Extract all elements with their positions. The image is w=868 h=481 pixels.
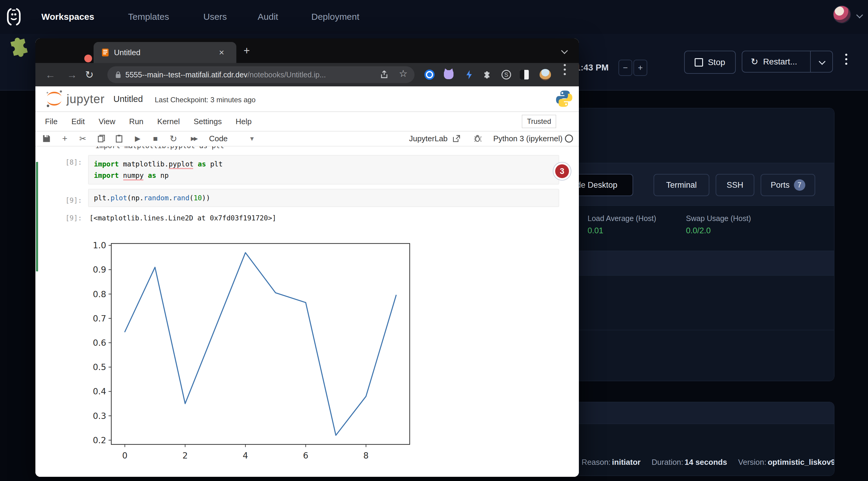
browser-profile-avatar[interactable] bbox=[539, 69, 551, 81]
kernel-status-icon bbox=[565, 135, 573, 143]
menu-view[interactable]: View bbox=[99, 117, 116, 126]
restart-kernel-icon[interactable]: ↻ bbox=[169, 133, 177, 144]
svg-text:0.7: 0.7 bbox=[93, 314, 106, 324]
insert-cell-icon[interactable]: + bbox=[62, 133, 67, 143]
build-duration-label: Duration: bbox=[652, 458, 684, 467]
address-bar[interactable]: 5555--main--test--matifali.atif.cdr.dev/… bbox=[107, 66, 414, 83]
build-duration-value: 14 seconds bbox=[685, 458, 727, 467]
ssh-label: SSH bbox=[727, 181, 744, 190]
nav-item-workspaces[interactable]: Workspaces bbox=[41, 0, 94, 33]
ssh-button[interactable]: SSH bbox=[716, 174, 754, 196]
reload-icon[interactable]: ↻ bbox=[81, 69, 98, 81]
run-all-icon[interactable]: ▶▶ bbox=[191, 135, 197, 142]
nav-item-templates[interactable]: Templates bbox=[128, 0, 169, 33]
jupyter-logo-icon bbox=[44, 89, 64, 108]
extension-github-icon[interactable] bbox=[444, 70, 454, 79]
svg-text:0.9: 0.9 bbox=[93, 265, 106, 275]
cell9-prompt: [9]: bbox=[65, 196, 82, 204]
trusted-button[interactable]: Trusted bbox=[522, 115, 556, 128]
swap-usage-label: Swap Usage (Host) bbox=[686, 214, 751, 223]
workspace-menu-kebab[interactable] bbox=[845, 54, 847, 65]
menu-settings[interactable]: Settings bbox=[193, 117, 222, 126]
save-icon[interactable] bbox=[42, 135, 51, 142]
cell-type-dropdown-icon[interactable]: ▾ bbox=[250, 134, 254, 143]
cell8-input[interactable]: import matplotlib.pyplot as plt import n… bbox=[88, 155, 559, 185]
window-close-button[interactable] bbox=[84, 55, 92, 62]
terminal-label: Terminal bbox=[666, 181, 697, 190]
schedule-decrease-button[interactable]: − bbox=[618, 60, 632, 76]
new-tab-button[interactable]: + bbox=[244, 44, 250, 57]
cell8-line1: import matplotlib.pyplot as plt bbox=[94, 158, 553, 170]
copy-icon[interactable] bbox=[98, 135, 105, 142]
run-cell-icon[interactable]: ▶ bbox=[135, 134, 141, 143]
url-path: /notebooks/Untitled.ip... bbox=[247, 70, 326, 79]
build-version-label: Version: bbox=[738, 458, 766, 467]
output-prompt: [9]: bbox=[65, 214, 82, 222]
back-icon[interactable]: ← bbox=[41, 69, 59, 81]
jupyterlab-link[interactable]: JupyterLab bbox=[409, 134, 448, 143]
load-average-value: 0.01 bbox=[588, 226, 603, 235]
svg-text:0: 0 bbox=[122, 451, 127, 460]
ports-label: Ports bbox=[771, 181, 789, 190]
cut-icon[interactable]: ✂ bbox=[79, 134, 86, 143]
browser-tab-strip: Untitled × + bbox=[35, 38, 579, 63]
extension-stylus-icon[interactable]: S bbox=[501, 70, 511, 79]
forward-icon[interactable]: → bbox=[63, 69, 81, 81]
svg-text:2: 2 bbox=[182, 451, 188, 460]
browser-tab[interactable]: Untitled × bbox=[94, 42, 236, 63]
share-icon[interactable] bbox=[380, 70, 388, 79]
extension-darkreader-icon[interactable] bbox=[520, 70, 529, 79]
debugger-bug-icon[interactable] bbox=[473, 135, 482, 142]
url-host: 5555--main--test--matifali.atif.cdr.dev bbox=[125, 70, 247, 79]
kernel-name[interactable]: Python 3 (ipykernel) bbox=[493, 134, 562, 143]
terminal-button[interactable]: Terminal bbox=[654, 174, 709, 196]
stop-button[interactable]: Stop bbox=[684, 51, 736, 74]
lock-icon bbox=[115, 71, 121, 78]
cell8-prompt: [8]: bbox=[65, 158, 82, 166]
cell-type-select[interactable]: Code bbox=[209, 134, 228, 143]
interrupt-kernel-icon[interactable]: ■ bbox=[153, 134, 158, 143]
extensions-puzzle-icon[interactable] bbox=[483, 70, 492, 79]
restart-split-divider bbox=[810, 51, 811, 72]
extension-lightning-icon[interactable] bbox=[465, 70, 473, 80]
schedule-increase-button[interactable]: + bbox=[633, 60, 647, 76]
cell9-line1: plt.plot(np.random.rand(10)) bbox=[94, 192, 553, 203]
menu-help[interactable]: Help bbox=[236, 117, 251, 126]
extension-1password-icon[interactable] bbox=[425, 70, 435, 80]
bookmark-star-icon[interactable]: ☆ bbox=[399, 68, 408, 79]
menu-kernel[interactable]: Kernel bbox=[157, 117, 180, 126]
load-average-label: Load Average (Host) bbox=[588, 214, 656, 223]
menu-run[interactable]: Run bbox=[129, 117, 144, 126]
collaborator-run-badge: 3 bbox=[553, 162, 571, 181]
menu-edit[interactable]: Edit bbox=[71, 117, 85, 126]
tab-search-chevron-icon[interactable] bbox=[561, 47, 568, 54]
svg-text:0.6: 0.6 bbox=[93, 338, 106, 348]
nav-item-deployment[interactable]: Deployment bbox=[311, 0, 359, 33]
python-logo-icon bbox=[555, 89, 574, 108]
nav-item-users[interactable]: Users bbox=[203, 0, 227, 33]
tab-close-icon[interactable]: × bbox=[219, 47, 224, 58]
coder-logo-icon[interactable] bbox=[5, 7, 22, 27]
collaborator-presence-bar bbox=[36, 162, 38, 271]
restart-icon: ↻ bbox=[751, 56, 758, 67]
build-version-value: optimistic_liskov9 bbox=[768, 458, 834, 467]
ports-button[interactable]: Ports 7 bbox=[761, 174, 815, 196]
notebook-title[interactable]: Untitled bbox=[113, 94, 143, 104]
nav-item-audit[interactable]: Audit bbox=[258, 0, 278, 33]
chevron-down-icon[interactable] bbox=[856, 12, 863, 19]
run-badge-count: 3 bbox=[555, 164, 569, 178]
svg-text:8: 8 bbox=[363, 451, 369, 460]
browser-window: Untitled × + ← → ↻ 5555--main--test--mat… bbox=[35, 38, 579, 477]
menu-file[interactable]: File bbox=[45, 117, 58, 126]
browser-menu-kebab[interactable] bbox=[564, 64, 566, 75]
svg-text:4: 4 bbox=[243, 451, 248, 460]
svg-text:0.4: 0.4 bbox=[93, 387, 106, 396]
stop-icon bbox=[695, 58, 703, 67]
output-repr-text: [<matplotlib.lines.Line2D at 0x7fd03f191… bbox=[89, 214, 276, 222]
paste-icon[interactable] bbox=[116, 134, 123, 143]
cell9-input[interactable]: plt.plot(np.random.rand(10)) bbox=[88, 189, 559, 207]
checkpoint-status: Last Checkpoint: 3 minutes ago bbox=[155, 96, 255, 104]
user-avatar[interactable] bbox=[834, 6, 850, 23]
svg-text:6: 6 bbox=[303, 451, 308, 460]
jupyter-header: jupyter Untitled Last Checkpoint: 3 minu… bbox=[35, 86, 579, 112]
